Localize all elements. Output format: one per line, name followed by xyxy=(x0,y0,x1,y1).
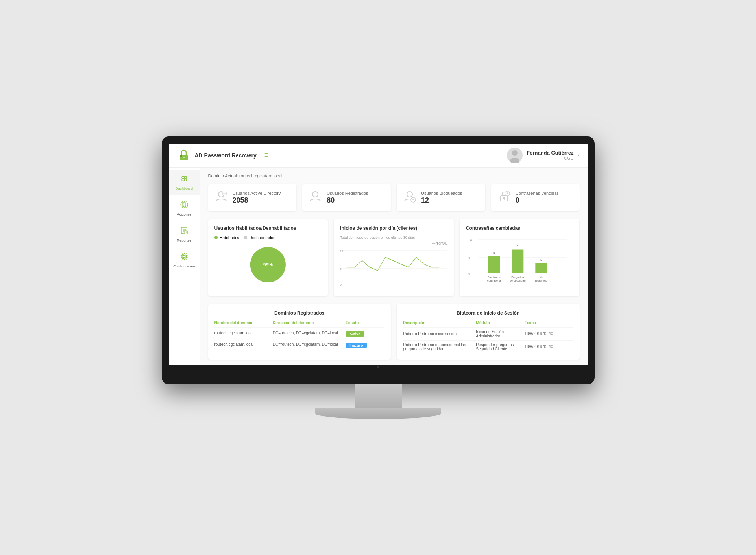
pie-container: 99% xyxy=(214,243,322,286)
svg-point-23 xyxy=(312,192,318,197)
svg-text:10: 10 xyxy=(468,238,472,242)
legend-dot-disabled xyxy=(244,236,247,239)
line-chart-title: Inicios de sesión por día (clientes) xyxy=(340,225,447,231)
pie-percent-label: 99% xyxy=(263,262,273,267)
stats-row: Usuarios Active Directory 2058 xyxy=(208,184,580,211)
chart-line-card: Inicios de sesión por día (clientes) Tot… xyxy=(334,219,454,296)
svg-text:7: 7 xyxy=(517,245,519,248)
bar-chart-container: 10 5 0 5 7 xyxy=(466,236,573,279)
header-left: AD Password Recovery ≡ xyxy=(177,148,269,162)
stat-card-registered: Usuarios Registrados 80 xyxy=(302,184,391,211)
line-subtitle: Total de Inicios de sesión en los último… xyxy=(340,236,447,240)
chart-bar-card: Contraseñas cambiadas 10 5 xyxy=(460,219,580,296)
bottom-row: Dominios Registrados Nombre del dominio … xyxy=(208,304,580,360)
sidebar-label-configuracion: Configuración xyxy=(173,264,195,268)
log-row-1-module: Responder preguntas Seguridad Cliente xyxy=(476,343,525,351)
stat-icon-expired xyxy=(497,190,511,206)
table-row: Roberto Pedromo inició sesión Inicio de … xyxy=(403,327,573,340)
log-col-description: Descripción xyxy=(403,321,476,325)
sidebar-label-acciones: Acciones xyxy=(177,212,192,216)
log-table: Descripción Módulo Fecha Roberto Pedromo… xyxy=(403,321,573,353)
domains-col-status: Estado xyxy=(346,321,384,325)
charts-row: Usuarios Habilitados/Deshabilitados Habi… xyxy=(208,219,580,296)
app-header: AD Password Recovery ≡ Fernanda Gutiérre… xyxy=(169,144,588,168)
stat-info-blocked: Usuarios Bloqueados 12 xyxy=(421,191,462,205)
domains-col-name: Nombre del dominio xyxy=(214,321,273,325)
svg-point-6 xyxy=(182,176,184,179)
sidebar: Dashboard Acciones xyxy=(169,168,200,365)
svg-rect-1 xyxy=(180,155,182,157)
svg-text:10: 10 xyxy=(340,249,343,253)
svg-text:Cambio de: Cambio de xyxy=(487,276,501,278)
svg-text:contraseña: contraseña xyxy=(487,279,501,282)
log-row-0-desc: Roberto Pedromo inició sesión xyxy=(403,332,476,336)
stat-info-registered: Usuarios Registrados 80 xyxy=(327,191,368,205)
stat-label-blocked: Usuarios Bloqueados xyxy=(421,191,462,195)
line-legend: — TOTAL xyxy=(340,242,447,245)
sidebar-item-acciones[interactable]: Acciones xyxy=(169,195,200,221)
log-card: Bitácora de Inicio de Sesión Descripción… xyxy=(397,304,580,360)
legend-dot-enabled xyxy=(214,236,218,239)
svg-text:0: 0 xyxy=(340,282,342,286)
svg-rect-52 xyxy=(512,249,523,273)
main-content: Dominio Actual: routech.cgclatam.local xyxy=(200,168,588,365)
stat-icon-ad-users xyxy=(214,190,228,206)
svg-point-8 xyxy=(182,179,184,181)
sidebar-label-dashboard: Dashboard xyxy=(176,186,193,190)
dashboard-icon xyxy=(180,174,189,185)
svg-text:5: 5 xyxy=(340,267,342,271)
domain-label: Dominio Actual: routech.cgclatam.local xyxy=(208,173,580,178)
domains-table: Nombre del dominio Dirección del dominio… xyxy=(214,321,385,350)
domains-col-address: Dirección del dominio xyxy=(273,321,346,325)
user-name: Fernanda Gutiérrez xyxy=(527,150,573,156)
pie-legend: Habilitados Deshabilitados xyxy=(214,236,322,240)
svg-text:5: 5 xyxy=(468,256,470,260)
user-role: CGC xyxy=(527,156,573,160)
stat-card-ad-users: Usuarios Active Directory 2058 xyxy=(208,184,297,211)
svg-text:Preguntas: Preguntas xyxy=(511,276,524,279)
acciones-icon xyxy=(180,200,189,211)
domains-card: Dominios Registrados Nombre del dominio … xyxy=(208,304,391,360)
stat-value-blocked: 12 xyxy=(421,196,462,205)
stat-info-ad-users: Usuarios Active Directory 2058 xyxy=(233,191,281,205)
sidebar-item-dashboard[interactable]: Dashboard xyxy=(169,170,200,195)
sidebar-item-reportes[interactable]: Reportes xyxy=(169,221,200,247)
domain-row-0-status: Activo xyxy=(346,330,384,337)
svg-point-9 xyxy=(184,179,187,181)
svg-rect-2 xyxy=(183,157,185,158)
stat-label-ad-users: Usuarios Active Directory xyxy=(233,191,281,195)
stat-label-registered: Usuarios Registrados xyxy=(327,191,368,195)
domain-row-0-name: routech.cgclatam.local xyxy=(214,331,273,335)
svg-point-24 xyxy=(407,192,412,197)
monitor-bezel: AD Password Recovery ≡ Fernanda Gutiérre… xyxy=(162,136,595,384)
log-row-1-date: 19/8/2019 12:40 xyxy=(525,345,573,349)
svg-point-18 xyxy=(183,255,185,258)
monitor-chin xyxy=(169,365,588,369)
reportes-icon xyxy=(180,226,189,237)
app-layout: Dashboard Acciones xyxy=(169,168,588,365)
stat-label-expired: Contraseñas Vencidas xyxy=(516,191,559,195)
bar-chart-title: Contraseñas cambiadas xyxy=(466,225,573,231)
pie-legend-disabled: Deshabilitados xyxy=(244,236,275,240)
monitor-screen: AD Password Recovery ≡ Fernanda Gutiérre… xyxy=(169,144,588,365)
monitor-wrapper: AD Password Recovery ≡ Fernanda Gutiérre… xyxy=(162,136,595,419)
domain-row-0-address: DC=routech, DC=cgclatam, DC=local xyxy=(273,331,346,335)
domain-row-1-name: routech.cgclatam.local xyxy=(214,342,273,347)
stat-card-blocked: Usuarios Bloqueados 12 xyxy=(397,184,485,211)
stat-card-expired: Contraseñas Vencidas 0 xyxy=(491,184,580,211)
user-info: Fernanda Gutiérrez CGC xyxy=(527,150,573,160)
hamburger-icon[interactable]: ≡ xyxy=(264,151,269,159)
svg-point-7 xyxy=(184,176,187,179)
svg-text:de seguridad: de seguridad xyxy=(510,279,526,282)
sidebar-item-configuracion[interactable]: Configuración xyxy=(169,247,200,273)
stat-value-registered: 80 xyxy=(327,196,368,205)
status-badge-active: Activo xyxy=(346,331,364,337)
user-dropdown-arrow[interactable]: ▾ xyxy=(578,153,580,157)
table-row: Roberto Pedromo respondió mal las pregun… xyxy=(403,340,573,353)
svg-text:registrado: registrado xyxy=(535,279,547,282)
log-col-date: Fecha xyxy=(525,321,573,325)
log-col-module: Módulo xyxy=(476,321,525,325)
svg-point-28 xyxy=(503,197,505,199)
monitor-stand-neck xyxy=(355,384,402,408)
domains-title: Dominios Registrados xyxy=(214,310,385,316)
